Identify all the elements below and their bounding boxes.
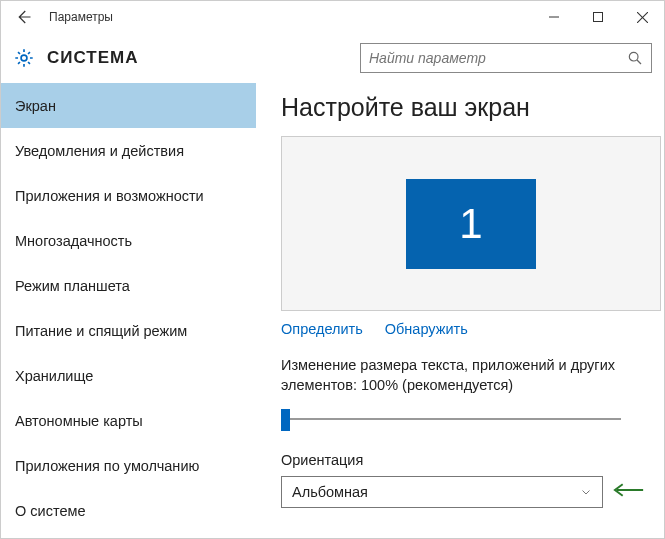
orientation-select[interactable]: Альбомная (281, 476, 603, 508)
svg-rect-1 (594, 13, 603, 22)
sidebar-item-label: Приложения и возможности (15, 188, 204, 204)
sidebar-item-label: Уведомления и действия (15, 143, 184, 159)
maximize-icon (593, 12, 603, 22)
search-input[interactable] (369, 50, 627, 66)
sidebar-item-default-apps[interactable]: Приложения по умолчанию (1, 443, 256, 488)
back-button[interactable] (1, 1, 45, 33)
sidebar-item-storage[interactable]: Хранилище (1, 353, 256, 398)
close-button[interactable] (620, 1, 664, 33)
settings-window: Параметры СИСТЕМА Экран Уведомления и де… (0, 0, 665, 539)
titlebar: Параметры (1, 1, 664, 33)
sidebar-item-label: Экран (15, 98, 56, 114)
body: Экран Уведомления и действия Приложения … (1, 83, 664, 538)
slider-thumb[interactable] (281, 409, 290, 431)
orientation-value: Альбомная (292, 484, 368, 500)
header-title: СИСТЕМА (47, 48, 139, 68)
scale-slider[interactable] (281, 406, 621, 434)
sidebar-item-label: Приложения по умолчанию (15, 458, 199, 474)
sidebar-item-label: О системе (15, 503, 85, 519)
orientation-label: Ориентация (281, 452, 644, 468)
annotation-arrow-icon (611, 481, 644, 499)
minimize-icon (549, 12, 559, 22)
sidebar-item-notifications[interactable]: Уведомления и действия (1, 128, 256, 173)
sidebar-item-label: Режим планшета (15, 278, 130, 294)
monitor-number: 1 (459, 200, 482, 248)
sidebar-item-label: Хранилище (15, 368, 93, 384)
close-icon (637, 12, 648, 23)
sidebar-item-label: Автономные карты (15, 413, 143, 429)
sidebar-item-about[interactable]: О системе (1, 488, 256, 533)
minimize-button[interactable] (532, 1, 576, 33)
sidebar-item-multitasking[interactable]: Многозадачность (1, 218, 256, 263)
sidebar: Экран Уведомления и действия Приложения … (1, 83, 256, 538)
header: СИСТЕМА (1, 33, 664, 83)
gear-icon (13, 47, 35, 69)
display-actions: Определить Обнаружить (281, 321, 644, 337)
svg-point-5 (629, 52, 638, 61)
sidebar-item-label: Питание и спящий режим (15, 323, 187, 339)
sidebar-item-apps-features[interactable]: Приложения и возможности (1, 173, 256, 218)
sidebar-item-label: Многозадачность (15, 233, 132, 249)
slider-track (281, 418, 621, 420)
search-icon (627, 50, 643, 66)
svg-line-6 (637, 60, 641, 64)
scale-description: Изменение размера текста, приложений и д… (281, 355, 661, 396)
sidebar-item-tablet-mode[interactable]: Режим планшета (1, 263, 256, 308)
display-preview-box: 1 (281, 136, 661, 311)
svg-point-4 (21, 55, 27, 61)
arrow-left-icon (14, 8, 32, 26)
window-title: Параметры (45, 10, 113, 24)
sidebar-item-offline-maps[interactable]: Автономные карты (1, 398, 256, 443)
sidebar-item-power-sleep[interactable]: Питание и спящий режим (1, 308, 256, 353)
maximize-button[interactable] (576, 1, 620, 33)
monitor-tile[interactable]: 1 (406, 179, 536, 269)
sidebar-item-display[interactable]: Экран (1, 83, 256, 128)
detect-link[interactable]: Обнаружить (385, 321, 468, 337)
chevron-down-icon (580, 486, 592, 498)
identify-link[interactable]: Определить (281, 321, 363, 337)
page-heading: Настройте ваш экран (281, 93, 644, 122)
search-box[interactable] (360, 43, 652, 73)
main-content: Настройте ваш экран 1 Определить Обнаруж… (256, 83, 664, 538)
